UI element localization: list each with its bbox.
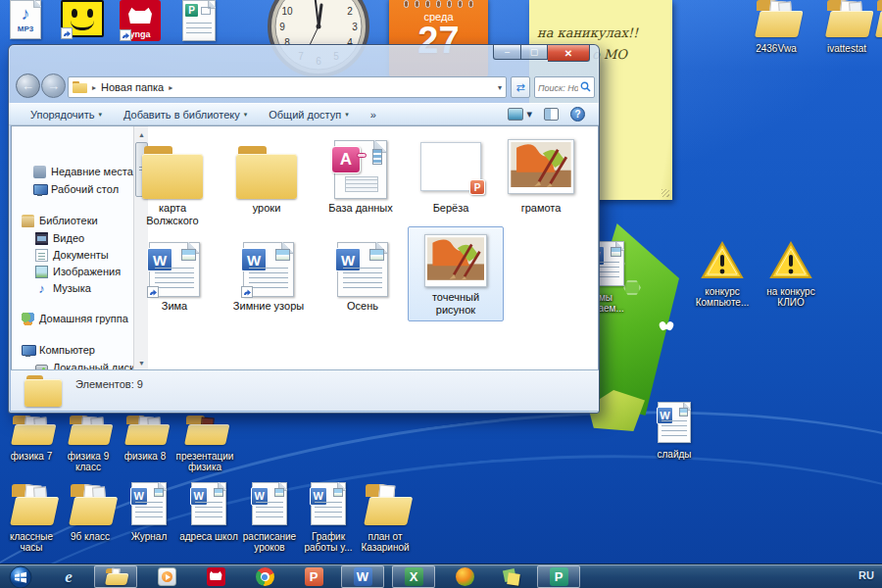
crumb-arrow-icon[interactable]: ▸ [169,83,172,92]
more-commands-button[interactable]: » [370,109,376,121]
sidebar-item-computer[interactable]: Компьютер [22,342,95,358]
help-button[interactable]: ? [570,107,585,122]
music-icon: ♪ [35,282,48,295]
taskbar-word[interactable]: W [341,565,384,588]
note-resize-grip[interactable] [662,189,669,197]
forward-button[interactable]: → [41,74,66,98]
desktop-icon-zynga[interactable]: ynga [120,0,163,41]
taskbar-powerpoint[interactable]: P [292,565,335,588]
taskbar-sticky-notes[interactable] [490,565,533,588]
taskbar-media-player[interactable] [145,565,188,588]
desktop-icon-mp3[interactable]: ♪ MP3 [8,0,43,39]
sidebar-item-recent[interactable]: Недавние места [33,164,133,179]
file-baza-dannyh[interactable]: A База данных [316,134,406,215]
sidebar-item-desktop[interactable]: Рабочий стол [33,181,119,197]
share-button[interactable]: Общий доступ▾ [269,109,348,121]
windows-logo-icon [9,565,32,588]
folder-icon [142,146,203,199]
file-uroki[interactable]: уроки [221,134,312,215]
search-input[interactable] [535,78,578,96]
breadcrumb[interactable]: Новая папка [101,81,164,93]
minimize-button[interactable]: – [493,45,521,60]
icon-label: конкурсКомпьюте... [694,286,751,308]
icon-label: физика 7 [4,451,59,462]
address-bar[interactable]: ▸ Новая папка ▸ ▾ [68,76,507,98]
video-icon [35,232,48,245]
sidebar-item-documents[interactable]: Документы [35,247,109,263]
taskbar-explorer[interactable] [94,565,137,588]
smiley-eye [72,9,77,18]
sidebar-item-homegroup[interactable]: Домашняя группа [22,311,128,326]
folder-icon [124,416,166,445]
icon-label: классныечасы [4,531,59,553]
file-zima[interactable]: W Зима [129,232,220,313]
folder-icon [11,416,52,445]
file-bereza[interactable]: P Берёза [406,134,496,215]
sidebar-item-libraries[interactable]: Библиотеки [22,213,98,228]
file-zimnie-uzory[interactable]: W Зимние узоры [223,232,314,313]
warning-triangle-icon [769,241,812,284]
key-icon [357,153,367,158]
desktop-icon-edge-folder[interactable] [875,0,882,41]
desktop-icon-konkurs-klio[interactable]: на конкурсКЛИО [762,241,819,308]
taskbar-excel[interactable]: X [392,565,435,588]
chevron-down-icon: ▾ [98,111,102,119]
desktop-icon-2436Vwa[interactable]: 2436Vwa [753,0,800,54]
desktop-icon-klassnye-chasy[interactable]: классныечасы [4,484,59,553]
desktop-icon-raspisanie[interactable]: W расписаниеуроков [239,482,300,553]
thumbnail [679,408,689,416]
shortcut-arrow-icon [120,29,131,41]
shortcut-arrow-icon [147,286,159,298]
start-button[interactable] [2,565,39,588]
address-dropdown-icon[interactable]: ▾ [498,83,502,92]
desktop-icon-fizika7[interactable]: физика 7 [4,416,59,462]
close-button[interactable]: ✕ [548,45,590,62]
language-indicator[interactable]: RU [858,569,874,581]
table-icon [372,149,382,165]
icon-label: физика 9класс [61,451,116,472]
preview-pane-button[interactable] [544,108,559,121]
desktop-icon-konkurs-computer[interactable]: конкурсКомпьюте... [694,241,751,308]
sidebar-item-music[interactable]: ♪Музыка [35,280,91,296]
desktop-icon-fizika8[interactable]: физика 8 [118,416,172,462]
back-button[interactable]: ← [16,74,40,98]
taskbar-publisher[interactable]: P [537,565,580,588]
views-button[interactable]: ▾ [508,108,532,121]
sidebar-item-pictures[interactable]: Изображения [35,264,121,279]
navigation-pane: Недавние места Рабочий стол Библиотеки В… [12,126,133,370]
file-tochechny-risunok[interactable]: точечныйрисунок [408,226,504,321]
search-box[interactable] [534,76,595,98]
taskbar-game-sphere[interactable] [443,565,486,588]
organize-button[interactable]: Упорядочить▾ [30,109,102,121]
desktop-icon-9b-klass[interactable]: 9б класс [63,484,118,542]
page-fold [33,0,41,8]
scroll-down-icon[interactable]: ▼ [135,356,148,369]
desktop-icon-prezentacii[interactable]: презентациифизика [174,416,235,472]
taskbar-chrome[interactable] [243,565,286,588]
taskbar-ie[interactable]: e [47,565,90,588]
views-icon [508,108,523,121]
desktop-icon-publisher-doc[interactable]: P [180,0,218,45]
sidebar-item-video[interactable]: Видео [35,230,84,246]
desktop-icon-smiley[interactable] [61,0,106,37]
desktop: ♪ MP3 ynga P 12 1 2 [0,0,882,588]
file-karta-volzhskogo[interactable]: картаВолжского [127,134,218,227]
icon-label: ivattestat [821,43,872,54]
icon-label: презентациифизика [174,451,235,472]
desktop-icon-plan[interactable]: план отКазариной [357,484,414,553]
desktop-icon-fizika9[interactable]: физика 9класс [61,416,116,472]
desktop-icon-ivattestat[interactable]: ivattestat [821,0,872,54]
word-file-icon: W [337,242,388,297]
add-to-library-button[interactable]: Добавить в библиотеку▾ [123,109,247,121]
desktop-icon-adresa-shkol[interactable]: W адреса школ [178,482,239,542]
taskbar-zynga[interactable] [194,565,237,588]
maximize-button[interactable]: ▢ [521,45,548,60]
file-gramota[interactable]: грамота [496,134,586,215]
powerpoint-file-icon: P [420,142,481,191]
desktop-icon-slides[interactable]: W слайды [651,402,698,460]
desktop-icon-zhurnal[interactable]: W Журнал [122,482,176,542]
desktop-icon-grafik[interactable]: W Графикработы у... [300,482,357,553]
word-icon: W [354,567,372,586]
refresh-button[interactable]: ⇄ [511,76,530,98]
file-osen[interactable]: W Осень [318,232,408,313]
